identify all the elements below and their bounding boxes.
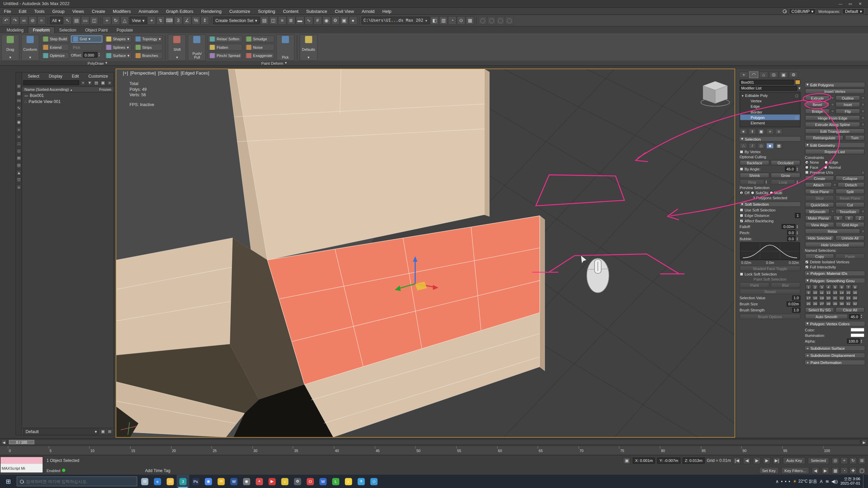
menu-item[interactable]: Create — [88, 7, 109, 15]
command-panel-tab[interactable]: ▣ — [779, 72, 788, 78]
stack-tool-icon[interactable]: ≡ — [775, 128, 783, 135]
smudge-button[interactable]: Smudge — [244, 35, 274, 42]
ribbon-tab[interactable]: Populate — [112, 27, 137, 33]
settings-box-icon[interactable] — [831, 96, 834, 100]
viewport-nav-icon[interactable]: ▦ — [831, 467, 839, 474]
smoothing-group-button[interactable]: 27 — [819, 301, 825, 306]
maximize-button[interactable]: ▭ — [846, 1, 855, 7]
smoothing-groups-rollout-header[interactable]: ▾Polygon: Smoothing Grou — [804, 278, 865, 283]
relax-button[interactable]: Relax — [805, 228, 860, 234]
previous-frame-button[interactable]: ◀ — [1, 439, 6, 445]
settings-box-icon[interactable] — [861, 96, 865, 100]
taskbar-app-icon[interactable]: e — [151, 475, 164, 488]
ribbon-tab[interactable]: Modeling — [2, 27, 28, 33]
toolbar-icon[interactable]: ▥ — [439, 16, 448, 25]
tray-icon[interactable]: ▪ — [781, 479, 783, 484]
reference-coordinate-dropdown[interactable]: View▾ — [130, 17, 146, 24]
coordinate-z-field[interactable]: Z:0.013m — [683, 457, 705, 463]
create-button[interactable]: Create — [805, 176, 834, 181]
menu-item[interactable]: Substance — [302, 7, 331, 15]
auto-smooth-button[interactable]: Auto Smooth — [805, 314, 848, 319]
edge-distance-checkbox[interactable] — [739, 214, 743, 217]
tessellate-button[interactable]: Tessellate — [835, 209, 860, 214]
smoothing-group-button[interactable]: 1 — [806, 284, 812, 289]
detach-button[interactable]: Detach — [837, 182, 865, 187]
lock-soft-selection-checkbox[interactable] — [739, 272, 743, 276]
taskbar-app-icon[interactable]: W — [228, 475, 240, 488]
toolbar-icon[interactable]: ≣ — [287, 16, 295, 25]
grow-button[interactable]: Grow — [771, 172, 801, 178]
paint-button[interactable]: Paint — [739, 282, 769, 288]
explorer-display-icon[interactable]: ∴ — [16, 141, 21, 146]
edit-polygons-button-b[interactable]: Flip — [835, 108, 860, 114]
extend-button[interactable]: Extend — [41, 44, 69, 51]
pinch-value[interactable]: 0.0 — [787, 230, 795, 235]
edit-polygons-rollout-header[interactable]: ▾Edit Polygons — [804, 82, 865, 87]
smoothing-group-button[interactable]: 22 — [839, 296, 845, 301]
close-button[interactable]: ✕ — [856, 1, 865, 7]
explorer-display-icon[interactable]: ▭ — [16, 98, 21, 103]
menu-item[interactable]: Customize — [225, 7, 254, 15]
viewport-nav-icon[interactable]: ◎ — [831, 457, 839, 464]
explorer-display-icon[interactable]: ≡ — [16, 184, 21, 190]
smoothing-group-button[interactable]: 2 — [812, 284, 818, 289]
ime-language-indicator[interactable]: A — [820, 479, 823, 484]
toolbar-icon[interactable]: ↶ — [2, 16, 11, 25]
explorer-menu[interactable]: Select — [23, 73, 44, 78]
tray-icon[interactable]: ≋ — [825, 479, 829, 484]
collapse-button[interactable]: Collapse — [835, 176, 865, 181]
taskbar-app-icon[interactable]: ⚙ — [291, 475, 304, 488]
explorer-column-frozen[interactable]: Frozen — [99, 87, 112, 91]
toolbar-icon[interactable]: ◫ — [269, 16, 278, 25]
vertex-colors-rollout-header[interactable]: ▾Polygon: Vertex Colors — [804, 321, 865, 326]
selection-filter-dropdown[interactable]: All▾ — [50, 17, 63, 24]
shapes-button[interactable]: Shapes▾ — [104, 35, 132, 42]
turn-button[interactable]: Turn — [845, 135, 865, 140]
make-planar-button[interactable]: Make Planar — [805, 215, 832, 221]
settings-box-icon[interactable] — [831, 210, 834, 213]
key-step-forward-icon[interactable]: ▶ — [822, 467, 829, 474]
modifier-stack-item[interactable]: Element — [740, 120, 800, 125]
explorer-search-icon[interactable]: ▣ — [100, 80, 106, 85]
settings-box-icon[interactable] — [861, 123, 865, 126]
smoothing-group-button[interactable]: 17 — [806, 296, 812, 301]
perspective-viewport[interactable]: [+] [Perspective] [Standard] [Edged Face… — [116, 69, 735, 437]
ribbon-tab[interactable]: Selection — [55, 27, 81, 33]
constraint-normal-radio[interactable] — [824, 165, 828, 169]
quickslice-button[interactable]: QuickSlice — [805, 202, 834, 207]
viewport-nav-icon[interactable]: ⊞ — [858, 457, 866, 464]
taskbar-app-icon[interactable]: ◉ — [240, 475, 253, 488]
settings-box-icon[interactable] — [861, 103, 865, 106]
ribbon-tab[interactable]: Object Paint — [81, 27, 112, 33]
enabled-indicator[interactable] — [62, 469, 65, 472]
toolbar-icon[interactable]: ● — [349, 16, 357, 25]
preview-subobj-radio[interactable] — [751, 191, 754, 195]
constraint-edge-radio[interactable] — [824, 160, 828, 164]
subobject-mode-icon[interactable]: ∴ — [739, 143, 747, 149]
taskbar-app-icon[interactable]: ✈ — [355, 475, 368, 488]
search-keyword-dropdown[interactable]: CGBUMP▾ — [789, 8, 816, 14]
toolbar-icon[interactable]: ⊙ — [457, 16, 466, 25]
settings-box-icon[interactable] — [861, 109, 865, 113]
subobject-mode-icon[interactable]: ■ — [766, 143, 774, 149]
toolbar-icon[interactable]: ↖ — [63, 16, 72, 25]
explorer-search-icon[interactable]: ▼ — [87, 80, 92, 85]
menu-item[interactable]: Tools — [30, 7, 48, 15]
selection-rollout-header[interactable]: ▾Selection — [739, 136, 801, 142]
menu-item[interactable]: Modifiers — [109, 7, 135, 15]
surface-button[interactable]: Surface▾ — [104, 52, 132, 59]
menu-item[interactable]: Views — [68, 7, 88, 15]
falloff-value[interactable]: 0.02m — [782, 224, 795, 229]
menu-item[interactable]: Edit — [15, 7, 30, 15]
collapsed-rollout-header[interactable]: +Subdivision Surface — [804, 345, 865, 351]
unhide-all-button[interactable]: Unhide All — [835, 235, 865, 241]
explorer-display-icon[interactable]: ◇ — [16, 148, 21, 154]
previous-key-button[interactable]: ◀ — [743, 457, 751, 464]
taskbar-clock[interactable]: 오전 3:062021-07-01 — [841, 477, 860, 486]
edit-geometry-rollout-header[interactable]: ▾Edit Geometry — [804, 142, 865, 148]
settings-box-icon[interactable] — [831, 109, 834, 113]
taskbar-app-icon[interactable]: ◗ — [342, 475, 355, 488]
material-ids-rollout-header[interactable]: +Polygon: Material IDs — [804, 270, 865, 276]
smoothing-group-button[interactable]: 11 — [819, 290, 825, 295]
pick-button[interactable]: Pick — [71, 44, 102, 51]
